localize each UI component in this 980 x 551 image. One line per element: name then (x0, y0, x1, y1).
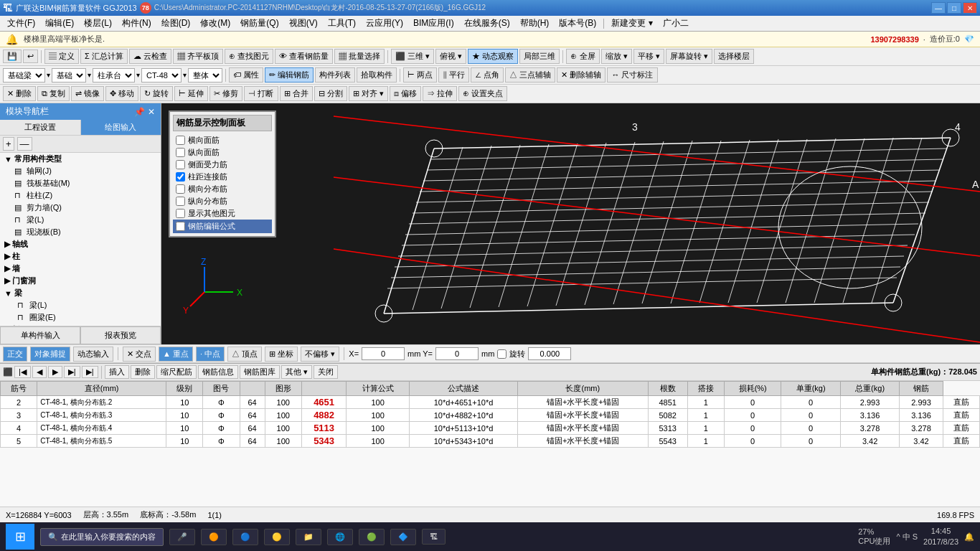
btn-next[interactable]: ▶ (48, 366, 62, 378)
coord-y-input[interactable] (435, 347, 479, 360)
menu-version[interactable]: 版本号(B) (555, 16, 600, 31)
tree-group-beam[interactable]: ▼ 梁 (0, 287, 161, 299)
btn-last[interactable]: ▶| (64, 366, 80, 378)
tb-cloud-check-btn[interactable]: ☁ 云检查 (129, 49, 171, 64)
tb-point-angle-btn[interactable]: ∠ 点角 (471, 67, 504, 83)
taskbar-app6[interactable]: 🟢 (359, 529, 385, 545)
menu-guang-xiao[interactable]: 广小二 (659, 16, 693, 31)
tb-pan-btn[interactable]: 平移 ▾ (633, 49, 664, 64)
sidebar-item-circbeam[interactable]: ⊓ 圈梁(E) (0, 311, 161, 324)
tb-3d-btn[interactable]: ⬛ 三维 ▾ (391, 49, 434, 64)
tree-group-common[interactable]: ▼ 常用构件类型 (0, 153, 161, 165)
tb-topview-btn[interactable]: 俯视 ▾ (435, 49, 466, 64)
sidebar-close-icon[interactable]: ✕ (148, 107, 155, 117)
close-button[interactable]: ✕ (963, 2, 977, 14)
btn-scale-rebar[interactable]: 缩尺配筋 (156, 365, 197, 379)
tree-group-axis[interactable]: ▶ 轴线 (0, 238, 161, 250)
rebar-check-show-other-input[interactable] (176, 209, 185, 218)
coord-btn-endpoint[interactable]: ▲ 重点 (159, 347, 193, 362)
tb-dimension-btn[interactable]: ↔ 尺寸标注 (607, 67, 657, 83)
tb-offset-btn[interactable]: ⧈ 偏移 (390, 86, 421, 101)
rebar-check-vface-input[interactable] (176, 148, 185, 157)
tb-zoom-btn[interactable]: 缩放 ▾ (601, 49, 632, 64)
tb-property-btn[interactable]: 🏷 属性 (229, 67, 263, 83)
tb-rotate2-btn[interactable]: ↻ 旋转 (140, 86, 173, 101)
rebar-check-hdist[interactable]: 横向分布筋 (173, 183, 272, 195)
sidebar-tab-settings[interactable]: 工程设置 (0, 120, 81, 135)
tb-align-btn[interactable]: ▦ 齐平板顶 (173, 49, 223, 64)
menu-draw[interactable]: 绘图(D) (157, 16, 195, 31)
rebar-check-vdist-input[interactable] (176, 197, 185, 206)
taskbar-notif-icon[interactable]: 🔔 (964, 532, 974, 542)
sidebar-tab-draw[interactable]: 绘图输入 (81, 120, 161, 135)
coord-x-input[interactable] (362, 347, 405, 360)
dropdown-whole[interactable]: 整体 (188, 68, 222, 83)
taskbar-app1[interactable]: 🟠 (201, 529, 227, 545)
tb-copy-btn[interactable]: ⧉ 复制 (37, 86, 70, 101)
tree-group-col[interactable]: ▶ 柱 (0, 250, 161, 263)
tb-screen-rotate-btn[interactable]: 屏幕旋转 ▾ (666, 49, 712, 64)
tb-calc-btn[interactable]: Σ 汇总计算 (80, 49, 128, 64)
report-preview-btn[interactable]: 报表预览 (80, 326, 161, 344)
menu-file[interactable]: 文件(F) (3, 16, 39, 31)
dropdown-pilecap[interactable]: 柱承台 (93, 68, 135, 83)
rebar-check-hface-input[interactable] (176, 136, 185, 145)
coord-btn-dynamic[interactable]: 动态输入 (73, 347, 113, 362)
sidebar-add-btn[interactable]: + (3, 137, 14, 151)
menu-component[interactable]: 构件(N) (118, 16, 156, 31)
tb-find-btn[interactable]: ⊕ 查找图元 (225, 49, 273, 64)
rebar-check-vface[interactable]: 纵向面筋 (173, 146, 272, 159)
btn-delete[interactable]: 删除 (131, 365, 155, 379)
tb-setpoint-btn[interactable]: ⊕ 设置夹点 (458, 86, 507, 101)
tb-trim-btn[interactable]: ✂ 修剪 (209, 86, 242, 101)
menu-modify[interactable]: 修改(M) (196, 16, 235, 31)
btn-close[interactable]: 关闭 (314, 365, 338, 379)
tb-dynamic-view-btn[interactable]: ★ 动态观察 (468, 49, 518, 64)
btn-rebar-lib[interactable]: 钢筋图库 (240, 365, 280, 379)
btn-rebar-info[interactable]: 钢筋信息 (198, 365, 238, 379)
tb-delete2-btn[interactable]: ✕ 删除 (3, 86, 36, 101)
tb-edit-rebar-btn[interactable]: ✏ 编辑钢筋 (265, 67, 314, 83)
rebar-check-show-other[interactable]: 显示其他图元 (173, 207, 272, 220)
menu-help[interactable]: 帮助(H) (516, 16, 554, 31)
tb-define-btn[interactable]: ▤ 定义 (44, 49, 79, 64)
tb-parallel-btn[interactable]: ∥ 平行 (438, 67, 469, 83)
tree-group-wall[interactable]: ▶ 墙 (0, 263, 161, 275)
tb-split-btn[interactable]: ⊟ 分割 (314, 86, 347, 101)
menu-new-change[interactable]: 新建变更 ▾ (607, 16, 656, 31)
tb-view-rebar-btn[interactable]: 👁 查看钢筋量 (275, 49, 333, 64)
tb-move-btn[interactable]: ✥ 移动 (105, 86, 138, 101)
taskbar-app3[interactable]: 🟡 (264, 529, 290, 545)
btn-jump[interactable]: ▶| (82, 366, 98, 378)
tree-group-doorwin[interactable]: ▶ 门窗洞 (0, 275, 161, 287)
taskbar-app7[interactable]: 🔷 (390, 529, 416, 545)
start-button[interactable]: ⊞ (6, 524, 34, 550)
maximize-button[interactable]: □ (947, 2, 961, 14)
taskbar-app5[interactable]: 🌐 (327, 529, 353, 545)
tb-three-point-btn[interactable]: △ 三点辅轴 (505, 67, 555, 83)
tb-break-btn[interactable]: ⊣ 打断 (244, 86, 278, 101)
coord-rotate-check[interactable] (497, 349, 507, 359)
coord-btn-vertex[interactable]: △ 顶点 (227, 347, 262, 362)
menu-floor[interactable]: 楼层(L) (80, 16, 116, 31)
taskbar-clock[interactable]: 14:45 2017/8/23 (923, 526, 958, 548)
tb-batch-select-btn[interactable]: ▦ 批量选择 (334, 49, 385, 64)
coord-btn-snap[interactable]: 对象捕捉 (30, 347, 70, 362)
btn-prev[interactable]: ◀ (32, 366, 47, 378)
rebar-check-vdist[interactable]: 纵向分布筋 (173, 195, 272, 207)
coord-btn-midpoint[interactable]: · 中点 (196, 347, 225, 362)
menu-edit[interactable]: 编辑(E) (41, 16, 78, 31)
btn-first[interactable]: |◀ (14, 366, 31, 378)
tb-drag-btn[interactable]: ⇒ 拉伸 (423, 86, 457, 101)
menu-bim[interactable]: BIM应用(I) (409, 16, 458, 31)
rebar-check-formula-input[interactable] (176, 222, 185, 231)
tb-fullscreen-btn[interactable]: ⊕ 全屏 (566, 49, 599, 64)
sidebar-item-shearwall[interactable]: ▤ 剪力墙(Q) (0, 202, 161, 214)
dropdown-ct48[interactable]: CT-48 (141, 68, 182, 83)
coord-btn-intersect[interactable]: ✕ 交点 (123, 347, 156, 362)
taskbar-app8[interactable]: 🏗 (422, 529, 446, 545)
coord-btn-coord[interactable]: ⊞ 坐标 (265, 347, 298, 362)
rebar-check-formula[interactable]: 钢筋编辑公式 (173, 220, 272, 233)
sidebar-item-column[interactable]: ⊓ 柱柱(Z) (0, 189, 161, 202)
btn-insert[interactable]: 插入 (105, 365, 129, 379)
